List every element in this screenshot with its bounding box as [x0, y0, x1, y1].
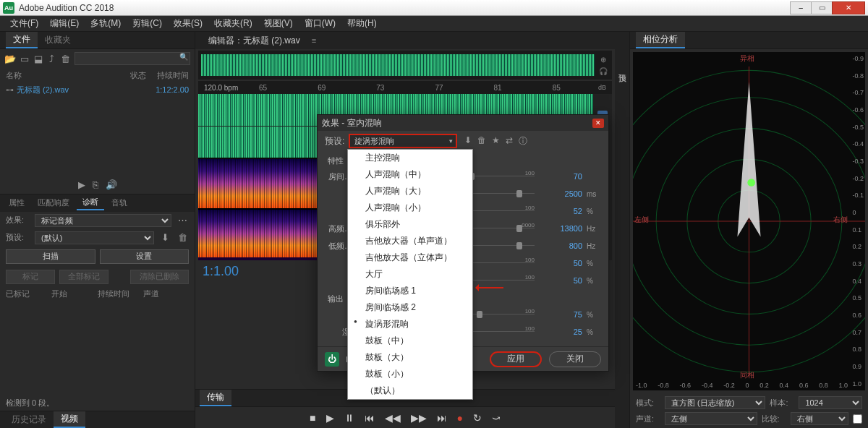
play-icon[interactable]: ▶: [78, 179, 85, 190]
dropdown-item[interactable]: 吉他放大器（单声道）: [348, 233, 472, 249]
rewind-button[interactable]: ◀◀: [385, 412, 401, 424]
favorite-preset-icon[interactable]: ★: [492, 135, 500, 147]
close-button[interactable]: ✕: [832, 1, 865, 14]
menu-help[interactable]: 帮助(H): [341, 16, 383, 31]
menu-favorites[interactable]: 收藏夹(R): [208, 16, 258, 31]
skip-start-button[interactable]: ⏮: [365, 412, 375, 424]
record-button[interactable]: ●: [457, 412, 463, 424]
record-icon[interactable]: ▭: [20, 52, 30, 65]
loop-icon[interactable]: ⎘: [93, 179, 98, 190]
menu-view[interactable]: 视图(V): [258, 16, 299, 31]
volume-icon[interactable]: 🔊: [106, 179, 117, 190]
time-ruler[interactable]: 120.0 bpm 65 69 73 77 81 85 dB: [198, 81, 612, 94]
tab-loudness[interactable]: 匹配响度: [32, 196, 75, 210]
maximize-button[interactable]: ▭: [811, 1, 833, 14]
param-value[interactable]: 25: [539, 328, 582, 336]
menu-file[interactable]: 文件(F): [4, 16, 44, 31]
dialog-preset-select[interactable]: 旋涡形混响: [349, 134, 457, 148]
delete-preset-icon[interactable]: 🗑: [176, 231, 189, 244]
dropdown-item[interactable]: 房间临场感 2: [348, 299, 472, 316]
tab-files[interactable]: 文件: [6, 32, 38, 48]
tab-favorites[interactable]: 收藏夹: [38, 33, 78, 48]
info-icon[interactable]: ⓘ: [519, 135, 527, 147]
menu-multitrack[interactable]: 多轨(M): [85, 16, 127, 31]
mode-select[interactable]: 直方图 (日志缩放): [665, 396, 765, 409]
sample-select[interactable]: 1024: [799, 396, 862, 409]
dropdown-item[interactable]: 人声混响（中）: [348, 166, 472, 183]
apply-button[interactable]: 应用: [490, 351, 542, 367]
param-value[interactable]: 800: [539, 241, 582, 250]
dropdown-item[interactable]: 吉他放大器（立体声）: [348, 249, 472, 266]
dropdown-item[interactable]: 主控混响: [348, 150, 472, 166]
dropdown-item[interactable]: 人声混响（大）: [348, 183, 472, 200]
dropdown-item[interactable]: 鼓板（中）: [348, 333, 472, 349]
tab-diagnostics[interactable]: 诊断: [77, 195, 104, 210]
dropdown-item[interactable]: 房间临场感 1: [348, 283, 472, 299]
forward-button[interactable]: ▶▶: [411, 412, 427, 424]
mark-all-button[interactable]: 全部标记: [59, 270, 109, 284]
insert-icon[interactable]: ⬓: [34, 52, 43, 65]
dropdown-item[interactable]: （默认）: [348, 382, 472, 399]
delete-preset-icon[interactable]: 🗑: [477, 135, 486, 147]
tab-track[interactable]: 音轨: [106, 196, 133, 210]
loop-button[interactable]: ↻: [473, 412, 482, 424]
dropdown-item[interactable]: 大厅: [348, 266, 472, 283]
collapsed-presets-strip[interactable]: 预设: [615, 32, 629, 428]
col-duration[interactable]: 持续时间: [153, 70, 189, 81]
clear-deleted-button[interactable]: 清除已删除: [130, 270, 189, 284]
skip-end-button[interactable]: ⏭: [437, 412, 447, 424]
param-value[interactable]: 52: [539, 207, 582, 215]
tab-phase[interactable]: 相位分析: [636, 32, 685, 48]
dropdown-item[interactable]: 鼓板（大）: [348, 349, 472, 366]
channel-select[interactable]: 左侧: [665, 412, 757, 425]
preset-select[interactable]: (默认): [35, 231, 154, 244]
tab-video[interactable]: 视频: [54, 411, 85, 428]
stop-button[interactable]: ■: [310, 412, 315, 424]
col-mduration[interactable]: 持续时间: [98, 288, 143, 299]
tab-properties[interactable]: 属性: [3, 196, 30, 210]
file-row[interactable]: ⊶无标题 (2).wav 1:12:2.00: [0, 82, 195, 97]
col-name[interactable]: 名称: [6, 70, 124, 81]
menu-effects[interactable]: 效果(S): [168, 16, 208, 31]
play-button[interactable]: ▶: [326, 412, 334, 424]
dropdown-item[interactable]: 俱乐部外: [348, 216, 472, 233]
download-preset-icon[interactable]: ⬇: [464, 135, 472, 147]
effect-select[interactable]: 标记音频: [35, 214, 171, 227]
zoom-icon[interactable]: ⊕: [597, 54, 609, 64]
dropdown-item[interactable]: 旋涡形混响: [348, 316, 472, 333]
param-value[interactable]: 75: [539, 310, 582, 319]
editor-menu-icon[interactable]: ≡: [312, 36, 316, 45]
param-value[interactable]: 50: [539, 276, 582, 285]
param-value[interactable]: 70: [539, 172, 582, 181]
dialog-close-button[interactable]: ✕: [592, 119, 604, 128]
effect-options-icon[interactable]: ⋯: [176, 214, 189, 227]
menu-clip[interactable]: 剪辑(C): [127, 16, 168, 31]
compare-select[interactable]: 右侧: [791, 412, 849, 425]
dialog-close-button-2[interactable]: 关闭: [549, 351, 601, 367]
col-channel[interactable]: 声道: [143, 288, 189, 299]
skip-selection-icon[interactable]: ⤻: [492, 412, 501, 424]
editor-tab[interactable]: 编辑器：无标题 (2).wav: [201, 33, 307, 48]
dropdown-item[interactable]: 人声混响（小）: [348, 200, 472, 216]
pause-button[interactable]: ⏸: [344, 412, 354, 424]
trash-icon[interactable]: 🗑: [61, 52, 70, 65]
param-value[interactable]: 13800: [539, 224, 582, 233]
compare-checkbox[interactable]: [853, 414, 862, 424]
files-search-input[interactable]: [75, 52, 190, 65]
param-value[interactable]: 50: [539, 259, 582, 268]
param-value[interactable]: 2500: [539, 189, 582, 198]
toggle-a-icon[interactable]: ⇄: [506, 135, 513, 147]
upload-icon[interactable]: ⤴: [47, 52, 56, 65]
menu-window[interactable]: 窗口(W): [299, 16, 341, 31]
col-marked[interactable]: 已标记: [6, 288, 51, 299]
save-preset-icon[interactable]: ⬇: [158, 231, 171, 244]
minimize-button[interactable]: ‒: [790, 1, 812, 14]
col-status[interactable]: 状态: [124, 70, 153, 81]
tab-history[interactable]: 历史记录: [4, 412, 54, 427]
power-button[interactable]: ⏻: [325, 352, 339, 367]
waveform-overview[interactable]: ⊕ 🎧: [198, 51, 612, 80]
headphones-icon[interactable]: 🎧: [597, 66, 609, 76]
scan-button[interactable]: 扫描: [6, 249, 95, 264]
mark-button[interactable]: 标记: [6, 270, 55, 284]
col-start[interactable]: 开始: [51, 288, 97, 299]
